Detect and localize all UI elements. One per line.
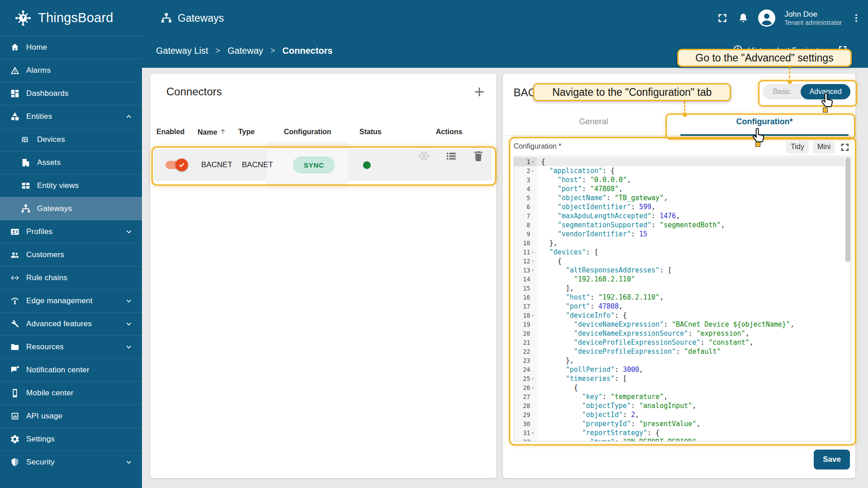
sidebar-item-profiles[interactable]: Profiles [0,220,142,243]
column-header-enabled[interactable]: Enabled [156,128,184,136]
code-text: { [537,158,545,166]
code-text: "port": "47808", [537,185,623,193]
save-button[interactable]: Save [814,450,850,469]
logo-text: ThingsBoard [38,10,113,25]
sidebar-item-security[interactable]: Security [0,450,142,474]
sidebar-item-entities[interactable]: Entities [0,105,142,128]
breadcrumb-item-gateway[interactable]: Gateway [227,46,263,56]
column-header-configuration[interactable]: Configuration [284,128,331,136]
devices-icon [21,135,31,145]
code-text: "altResponsesAddresses": [ [537,266,672,274]
sidebar-item-alarms[interactable]: Alarms [0,59,142,82]
sidebar-item-advanced-features[interactable]: Advanced features [0,312,142,335]
sidebar-item-devices[interactable]: Devices [0,128,142,151]
sidebar-item-settings[interactable]: Settings [0,427,142,450]
topbar-actions: John Doe Tenant administrator [717,0,862,36]
notifications-bell-icon[interactable] [737,12,749,24]
chevron-down-icon [124,227,134,239]
code-text: "vendorIdentifier": 15 [537,230,647,238]
home-icon [10,42,20,52]
annotation-dot [683,113,687,117]
sidebar-item-notification-center[interactable]: Notification center [0,358,142,381]
avatar[interactable] [758,9,775,27]
code-line: 29 "objectId": 2, [514,410,845,419]
line-number[interactable]: 13▾ [514,266,537,275]
sidebar-item-resources[interactable]: Resources [0,335,142,358]
user-info[interactable]: John Doe Tenant administrator [784,9,842,27]
sidebar-item-assets[interactable]: Assets [0,151,142,174]
kebab-menu-icon[interactable] [851,13,862,23]
tab-configuration[interactable]: Configuration* [679,117,850,127]
line-number[interactable]: 12▾ [514,257,537,266]
entities-icon [10,112,20,122]
thingsboard-logo-icon [14,9,33,28]
tooltip-configuration: Navigate to the "Configuration" tab [533,83,731,101]
column-header-type[interactable]: Type [238,128,255,136]
sidebar-header[interactable]: ThingsBoard [0,0,142,36]
sidebar-item-home[interactable]: Home [0,36,142,59]
code-text: "application": { [537,167,615,175]
add-connector-button[interactable] [471,84,487,100]
editor-scrollbar[interactable] [845,157,850,262]
sidebar-item-customers[interactable]: Customers [0,243,142,266]
hand-cursor-configuration [750,127,766,144]
breadcrumb-item-connectors: Connectors [283,46,333,56]
line-number: 4 [514,184,537,193]
notification-center-icon [10,365,20,375]
chevron-down-icon [124,319,134,331]
code-text: "host": "192.168.2.110", [537,293,664,301]
code-text: "objectId": 2, [537,411,639,419]
line-number[interactable]: 18▾ [514,311,537,320]
mini-button[interactable]: Mini [813,140,835,154]
line-number[interactable]: 26▾ [514,383,537,392]
line-number[interactable]: 25▾ [514,374,537,383]
tab-general[interactable]: General [508,117,679,127]
sidebar-item-entity-views[interactable]: Entity views [0,174,142,197]
line-number[interactable]: 1▾ [514,157,537,166]
breadcrumb-item-gateway-list[interactable]: Gateway List [156,46,208,56]
sidebar: ThingsBoard HomeAlarmsDashboardsEntities… [0,0,142,488]
gateways-icon [21,204,31,214]
logs-icon[interactable] [444,149,458,163]
sidebar-item-rule-chains[interactable]: Rule chains [0,266,142,289]
breadcrumb: Gateway List>Gateway>Connectors [156,46,333,56]
configuration-chip[interactable]: SYNC [293,149,335,181]
line-number[interactable]: 31▾ [514,428,537,437]
code-text: "deviceNameExpression": "BACnet Device $… [537,320,794,328]
sidebar-item-label: Devices [37,135,65,144]
column-header-name[interactable]: Name [198,128,226,137]
json-editor[interactable]: 1▾{2▾ "application": {3 "host": "0.0.0.0… [514,156,851,441]
line-number[interactable]: 2▾ [514,166,537,175]
column-header-status[interactable]: Status [359,128,382,136]
tidy-button[interactable]: Tidy [786,140,809,154]
settings-icon [10,434,20,444]
configuration-label: Configuration * [514,142,561,150]
sidebar-item-label: Alarms [26,66,51,75]
line-number[interactable]: 11▾ [514,248,537,257]
mobile-center-icon [10,388,20,398]
code-text: "objectName": "TB_gateway", [537,194,668,202]
sidebar-item-gateways[interactable]: Gateways [0,197,142,220]
code-line: 5 "objectName": "TB_gateway", [514,193,845,202]
sidebar-item-mobile-center[interactable]: Mobile center [0,381,142,404]
fullscreen-icon[interactable] [717,12,728,24]
sidebar-item-edge-management[interactable]: Edge management [0,289,142,312]
connector-row[interactable]: BACNET BACNET SYNC [154,149,492,181]
code-line: 25▾ "timeseries": [ [514,374,845,383]
code-line: 32 "type": "ON_REPORT_PERIOD" [514,437,845,441]
tooltip-advanced: Go to the "Advanced" settings [677,49,852,67]
sort-arrow-up-icon [219,128,226,137]
line-number: 6 [514,202,537,211]
sidebar-item-api-usage[interactable]: API usage [0,404,142,427]
chevron-up-icon [124,112,134,123]
editor-fullscreen-icon[interactable] [839,141,851,154]
code-line: 22 "deviceProfileExpression": "default" [514,347,845,356]
mode-basic-button[interactable]: Basic [763,88,801,96]
enabled-toggle[interactable] [165,149,186,181]
sidebar-item-dashboards[interactable]: Dashboards [0,82,142,105]
line-number: 32 [514,437,537,441]
user-name: John Doe [784,9,842,19]
column-header-actions[interactable]: Actions [436,128,462,136]
delete-icon[interactable] [472,149,485,163]
code-line: 11▾ "devices": [ [514,248,845,257]
